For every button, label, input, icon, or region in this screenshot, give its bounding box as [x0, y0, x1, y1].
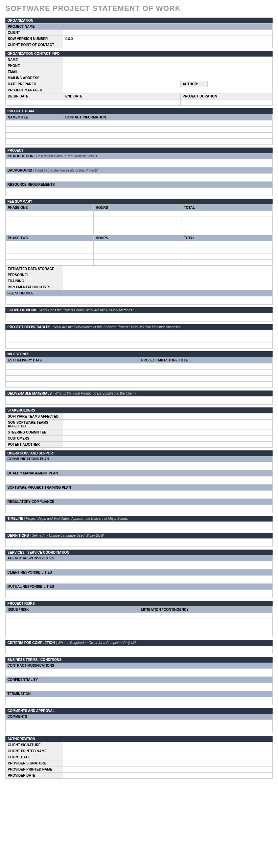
- personnel-field[interactable]: [63, 272, 273, 278]
- team-name-field[interactable]: [6, 127, 63, 133]
- team-name-field[interactable]: [6, 133, 63, 139]
- project-name-field[interactable]: [63, 24, 273, 30]
- risk-mitigation-field[interactable]: [139, 631, 273, 637]
- milestone-title-field[interactable]: [139, 363, 273, 370]
- fee-cell[interactable]: [6, 247, 94, 253]
- date-prepared-field[interactable]: [63, 81, 181, 87]
- timeline-field[interactable]: [6, 522, 273, 530]
- fee-cell[interactable]: [6, 253, 94, 260]
- author-field[interactable]: [208, 81, 273, 87]
- fee-cell[interactable]: [94, 217, 182, 223]
- quality-field[interactable]: [6, 476, 273, 485]
- agency-field[interactable]: [6, 561, 273, 570]
- team-contact-field[interactable]: [63, 133, 273, 139]
- fee-cell[interactable]: [6, 211, 94, 217]
- scope-field[interactable]: [6, 313, 273, 321]
- fee-cell[interactable]: [182, 241, 272, 247]
- sw-teams-field[interactable]: [63, 414, 273, 420]
- termination-field[interactable]: [6, 697, 273, 705]
- fee-cell[interactable]: [182, 229, 272, 235]
- training-field[interactable]: [63, 278, 273, 284]
- prov-sig-field[interactable]: [63, 760, 273, 766]
- customers-field[interactable]: [63, 436, 273, 442]
- team-contact-field[interactable]: [63, 139, 273, 145]
- fee-cell[interactable]: [94, 260, 182, 266]
- pm-field[interactable]: [63, 87, 273, 93]
- mods-field[interactable]: [6, 669, 273, 677]
- client-name-field[interactable]: [63, 748, 273, 754]
- team-contact-field[interactable]: [63, 120, 273, 127]
- fee-cell[interactable]: [94, 229, 182, 235]
- team-name-field[interactable]: [6, 120, 63, 127]
- steering-field[interactable]: [63, 429, 273, 436]
- fee-schedule-field[interactable]: [6, 296, 273, 305]
- prov-date-field[interactable]: [63, 773, 273, 779]
- fee-cell[interactable]: [182, 247, 272, 253]
- deliverables-field[interactable]: [6, 336, 273, 342]
- client-resp-field[interactable]: [6, 576, 273, 584]
- fee-cell[interactable]: [94, 253, 182, 260]
- risk-mitigation-field[interactable]: [139, 613, 273, 619]
- deliv-mat-field[interactable]: [6, 397, 273, 405]
- client-date-field[interactable]: [63, 754, 273, 760]
- team-name-field[interactable]: [6, 139, 63, 145]
- risk-mitigation-field[interactable]: [139, 619, 273, 625]
- duration-field[interactable]: [181, 99, 273, 106]
- fee-cell[interactable]: [182, 217, 272, 223]
- deliverables-field[interactable]: [6, 342, 273, 349]
- milestone-title-field[interactable]: [139, 370, 273, 376]
- name-field[interactable]: [63, 57, 273, 63]
- fee-cell[interactable]: [182, 253, 272, 260]
- nonsw-teams-field[interactable]: [63, 420, 273, 429]
- milestone-date-field[interactable]: [6, 382, 139, 388]
- definitions-field[interactable]: [6, 539, 273, 547]
- ops-training-field[interactable]: [6, 491, 273, 499]
- fee-cell[interactable]: [182, 223, 272, 229]
- poc-field[interactable]: [63, 42, 273, 48]
- client-field[interactable]: [63, 30, 273, 36]
- conf-field[interactable]: [6, 683, 273, 691]
- end-date-field[interactable]: [63, 99, 181, 106]
- sow-version-field[interactable]: 0.0.0: [63, 36, 273, 42]
- fee-cell[interactable]: [94, 211, 182, 217]
- phone-field[interactable]: [63, 63, 273, 69]
- milestone-date-field[interactable]: [6, 376, 139, 382]
- risk-issue-field[interactable]: [6, 619, 139, 625]
- resource-field[interactable]: [6, 188, 273, 196]
- fee-cell[interactable]: [94, 247, 182, 253]
- reg-field[interactable]: [6, 505, 273, 513]
- milestone-date-field[interactable]: [6, 370, 139, 376]
- risk-issue-field[interactable]: [6, 613, 139, 619]
- risk-issue-field[interactable]: [6, 631, 139, 637]
- prov-name-field[interactable]: [63, 766, 273, 773]
- milestone-title-field[interactable]: [139, 376, 273, 382]
- completion-field[interactable]: [6, 646, 273, 654]
- deliverables-field[interactable]: [6, 330, 273, 336]
- fee-cell[interactable]: [6, 223, 94, 229]
- fee-cell[interactable]: [6, 217, 94, 223]
- mailing-field[interactable]: [63, 75, 273, 81]
- milestone-title-field[interactable]: [139, 382, 273, 388]
- fee-cell[interactable]: [6, 229, 94, 235]
- fee-cell[interactable]: [182, 211, 272, 217]
- comments-field[interactable]: [6, 720, 273, 733]
- team-contact-field[interactable]: [63, 127, 273, 133]
- storage-field[interactable]: [63, 266, 273, 272]
- comm-field[interactable]: [6, 462, 273, 470]
- milestone-date-field[interactable]: [6, 363, 139, 370]
- client-sig-field[interactable]: [63, 742, 273, 748]
- fee-cell[interactable]: [94, 223, 182, 229]
- fee-cell[interactable]: [6, 260, 94, 266]
- fee-cell[interactable]: [94, 241, 182, 247]
- other-field[interactable]: [63, 442, 273, 448]
- intro-field[interactable]: [6, 159, 273, 168]
- fee-cell[interactable]: [6, 241, 94, 247]
- impl-field[interactable]: [63, 284, 273, 290]
- mutual-field[interactable]: [6, 590, 273, 598]
- begin-date-field[interactable]: [6, 99, 63, 106]
- email-field[interactable]: [63, 69, 273, 75]
- risk-mitigation-field[interactable]: [139, 625, 273, 631]
- background-field[interactable]: [6, 174, 273, 182]
- fee-cell[interactable]: [182, 260, 272, 266]
- risk-issue-field[interactable]: [6, 625, 139, 631]
